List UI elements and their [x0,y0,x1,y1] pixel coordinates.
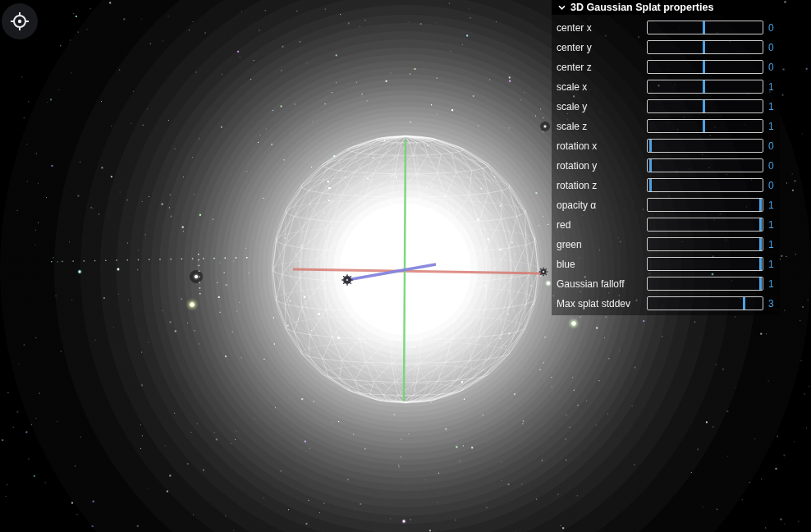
slider-value: 1 [768,101,774,112]
slider-row: scale x 1 [552,77,780,97]
slider-row: rotation z 0 [552,176,780,195]
slider-thumb[interactable] [759,199,762,211]
slider-value: 0 [768,62,774,73]
slider-track[interactable] [647,40,763,54]
slider-value: 0 [768,180,774,191]
slider-value: 1 [768,259,774,270]
slider-row: scale z 1 [552,117,780,136]
slider-label: center z [557,62,592,73]
slider-row: rotation x 0 [552,136,780,156]
slider-label: green [557,239,582,250]
panel-title: 3D Gaussian Splat properties [570,2,713,13]
slider-thumb[interactable] [703,41,705,53]
slider-value: 1 [768,121,774,132]
slider-label: rotation x [557,140,597,152]
slider-row: green 1 [552,235,780,255]
slider-track[interactable] [647,296,763,310]
slider-thumb[interactable] [743,297,745,310]
crosshair-icon [9,11,30,32]
slider-label: scale x [557,81,587,93]
slider-row: blue 1 [552,255,780,274]
slider-thumb[interactable] [649,140,652,152]
slider-row: Gaussian falloff 1 [552,274,780,294]
splat-properties-panel: 3D Gaussian Splat properties center x 0 … [552,0,780,315]
slider-row: rotation y 0 [552,156,780,176]
slider-value: 0 [768,22,774,34]
slider-row: Max splat stddev 3 [552,294,780,314]
slider-thumb[interactable] [703,21,705,34]
slider-label: center y [557,42,592,53]
slider-track[interactable] [647,158,763,172]
slider-label: opacity α [557,200,596,211]
slider-value: 1 [768,81,774,93]
slider-value: 0 [768,42,774,53]
slider-row: center y 0 [552,38,780,57]
slider-track[interactable] [647,80,763,94]
slider-thumb[interactable] [703,61,705,73]
slider-value: 3 [768,298,774,310]
slider-row: center x 0 [552,18,780,38]
slider-label: red [557,219,570,231]
gaussian-splat-viewer: 3D Gaussian Splat properties center x 0 … [0,0,811,532]
slider-thumb[interactable] [649,179,652,191]
slider-track[interactable] [647,119,763,133]
slider-value: 1 [768,239,774,250]
slider-thumb[interactable] [703,80,705,93]
slider-value: 0 [768,140,774,152]
slider-track[interactable] [647,218,763,232]
slider-thumb[interactable] [649,159,652,172]
slider-value: 1 [768,200,774,211]
slider-thumb[interactable] [759,218,762,231]
slider-track[interactable] [647,99,763,113]
slider-label: rotation y [557,160,597,172]
panel-rows: center x 0 center y 0 center z 0 scale x [552,15,780,315]
slider-label: scale y [557,101,587,112]
slider-label: Max splat stddev [557,298,630,310]
recenter-button[interactable] [2,3,38,39]
slider-track[interactable] [647,21,763,34]
slider-label: scale z [557,121,587,132]
slider-track[interactable] [647,198,763,212]
panel-header[interactable]: 3D Gaussian Splat properties [552,0,780,15]
slider-value: 1 [768,278,774,290]
slider-value: 0 [768,160,774,172]
slider-row: scale y 1 [552,97,780,117]
slider-track[interactable] [647,277,763,291]
slider-track[interactable] [647,237,763,251]
slider-value: 1 [768,219,774,231]
slider-thumb[interactable] [759,258,762,270]
slider-row: center z 0 [552,57,780,77]
slider-track[interactable] [647,60,763,74]
slider-thumb[interactable] [703,100,705,112]
slider-thumb[interactable] [759,277,762,290]
slider-track[interactable] [647,139,763,153]
slider-label: blue [557,259,575,270]
slider-label: center x [557,22,592,34]
slider-thumb[interactable] [759,238,762,250]
slider-label: Gaussian falloff [557,278,625,290]
slider-row: red 1 [552,215,780,235]
chevron-down-icon [558,5,566,10]
slider-track[interactable] [647,257,763,271]
slider-row: opacity α 1 [552,195,780,215]
slider-track[interactable] [647,178,763,192]
slider-label: rotation z [557,180,597,191]
slider-thumb[interactable] [703,120,705,132]
